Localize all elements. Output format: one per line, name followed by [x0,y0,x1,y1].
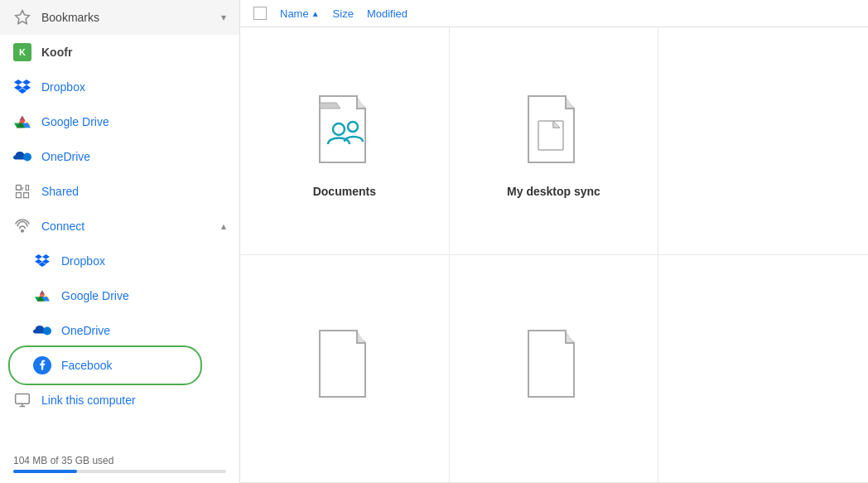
sidebar-dropbox-top-label: Dropbox [41,80,85,94]
sidebar-item-shared[interactable]: Shared [0,174,239,209]
svg-point-5 [22,230,24,233]
header-name-arrow: ▲ [311,9,320,18]
sidebar-item-google-drive-sub[interactable]: Google Drive [0,278,239,313]
sidebar-item-dropbox-sub[interactable]: Dropbox [0,244,239,278]
svg-point-3 [23,153,31,162]
sidebar-connect-label: Connect [41,220,84,233]
connect-chevron: ▴ [221,220,226,232]
sidebar-item-bookmarks[interactable]: Bookmarks ▾ [0,0,239,35]
onedrive-icon [13,147,31,166]
svg-marker-0 [16,11,30,24]
select-all-checkbox[interactable] [253,7,267,20]
header-name-label: Name [280,7,309,20]
sidebar-link-computer-label: Link this computer [41,394,136,407]
svg-rect-8 [16,394,30,404]
svg-text:K: K [19,47,26,57]
header-name-col[interactable]: Name ▲ [280,7,320,20]
desktop-sync-icon [516,84,591,175]
sidebar-item-onedrive-sub[interactable]: OneDrive [0,313,239,348]
sidebar-koofr-label: Koofr [41,46,72,59]
google-drive-icon [13,113,31,131]
header-size-col[interactable]: Size [333,7,354,20]
sidebar-facebook-label: Facebook [61,359,112,372]
koofr-icon: K [13,43,31,61]
sidebar-item-link-computer[interactable]: Link this computer [0,383,239,418]
sidebar-item-connect[interactable]: Connect ▴ [0,209,239,244]
computer-icon [13,391,31,409]
svg-rect-11 [538,121,563,150]
storage-text: 104 MB of 35 GB used [13,455,226,466]
documents-icon [307,84,382,175]
header-modified-col[interactable]: Modified [367,7,407,20]
header-size-label: Size [333,7,354,20]
sidebar-item-facebook[interactable]: Facebook [0,348,239,383]
file-cell-row2-2[interactable] [450,255,659,483]
svg-rect-4 [17,186,22,191]
sidebar-item-google-drive-top[interactable]: Google Drive [0,104,239,139]
folder-icon-r2c1 [307,318,382,409]
connect-icon [13,217,31,235]
documents-label: Documents [313,185,376,198]
folder-icon-r2c2 [516,318,591,409]
header-modified-label: Modified [367,7,407,20]
svg-point-6 [43,327,51,336]
bookmarks-chevron: ▾ [221,12,226,23]
sidebar-dropbox-sub-label: Dropbox [61,254,105,268]
storage-bar-background [13,470,226,473]
sidebar-onedrive-top-label: OneDrive [41,150,90,163]
onedrive-sub-icon [33,321,51,340]
file-cell-documents[interactable]: Documents [240,27,450,255]
sidebar-onedrive-sub-label: OneDrive [61,324,110,337]
sidebar-google-drive-sub-label: Google Drive [61,289,129,302]
sidebar-bookmarks-label: Bookmarks [41,11,99,24]
google-drive-sub-icon [33,287,51,305]
file-cell-row2-3[interactable] [658,255,868,483]
sidebar-google-drive-top-label: Google Drive [41,115,109,128]
sidebar-item-koofr[interactable]: K Koofr [0,35,239,70]
dropbox-icon [13,78,31,96]
sidebar-item-onedrive-top[interactable]: OneDrive [0,139,239,174]
storage-bar-fill [13,470,77,473]
facebook-icon [33,356,51,374]
header-bar: Name ▲ Size Modified [240,0,868,27]
desktop-sync-label: My desktop sync [507,185,600,198]
star-icon [13,8,31,27]
sidebar-shared-label: Shared [41,185,79,198]
file-grid: Documents My desktop sync [240,27,868,483]
file-cell-empty-1[interactable] [658,27,868,255]
shared-icon [13,182,31,200]
storage-bar-container: 104 MB of 35 GB used [0,445,239,483]
sidebar: Bookmarks ▾ K Koofr Dropbox [0,0,240,483]
file-cell-row2-1[interactable] [240,255,450,483]
file-cell-desktop-sync[interactable]: My desktop sync [450,27,659,255]
sidebar-item-dropbox-top[interactable]: Dropbox [0,70,239,104]
main-content: Name ▲ Size Modified [240,0,868,483]
dropbox-sub-icon [33,252,51,270]
